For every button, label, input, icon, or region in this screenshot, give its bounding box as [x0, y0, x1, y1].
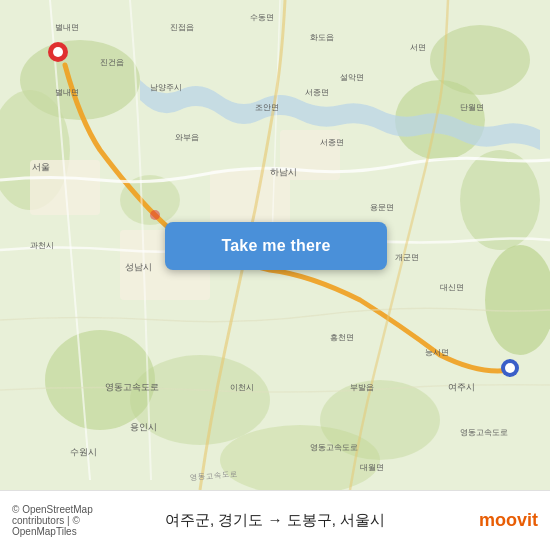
- route-to: 도봉구, 서울시: [287, 511, 385, 528]
- svg-text:용문면: 용문면: [370, 203, 394, 212]
- route-arrow: →: [268, 511, 283, 528]
- svg-text:과천시: 과천시: [30, 241, 54, 250]
- svg-text:진접읍: 진접읍: [170, 23, 194, 32]
- svg-text:별내면: 별내면: [55, 88, 79, 97]
- svg-text:남양주시: 남양주시: [150, 83, 182, 92]
- route-text: 여주군, 경기도 → 도봉구, 서울시: [148, 511, 403, 530]
- svg-text:조안면: 조안면: [255, 103, 279, 112]
- svg-text:용인시: 용인시: [130, 422, 157, 432]
- svg-text:와부읍: 와부읍: [175, 133, 199, 142]
- svg-text:별내면: 별내면: [55, 23, 79, 32]
- take-me-there-button[interactable]: Take me there: [165, 222, 387, 270]
- svg-text:성남시: 성남시: [125, 262, 152, 272]
- svg-point-54: [150, 210, 160, 220]
- take-me-there-label: Take me there: [221, 237, 330, 255]
- svg-text:하남시: 하남시: [270, 167, 297, 177]
- map-container: 서울 과천시 성남시 광주시 하남시 서종면 용문면 개군면 영동고속도로 용인…: [0, 0, 550, 490]
- svg-text:영동고속도로: 영동고속도로: [460, 428, 508, 437]
- svg-text:흥천면: 흥천면: [330, 333, 354, 342]
- svg-point-8: [45, 330, 155, 430]
- svg-text:부발읍: 부발읍: [350, 383, 374, 392]
- svg-text:능서면: 능서면: [425, 348, 449, 357]
- copyright-text: © OpenStreetMap contributors | © OpenMap…: [12, 504, 140, 537]
- svg-text:수원시: 수원시: [70, 447, 97, 457]
- svg-text:대신면: 대신면: [440, 283, 464, 292]
- svg-text:진건읍: 진건읍: [100, 58, 124, 67]
- svg-text:서종면: 서종면: [320, 138, 344, 147]
- svg-text:개군면: 개군면: [395, 253, 419, 262]
- svg-rect-14: [210, 170, 290, 230]
- svg-point-51: [53, 47, 63, 57]
- bottom-bar: © OpenStreetMap contributors | © OpenMap…: [0, 490, 550, 550]
- svg-text:영동고속도로: 영동고속도로: [105, 382, 159, 392]
- svg-text:화도읍: 화도읍: [310, 33, 334, 42]
- svg-text:서면: 서면: [410, 43, 426, 52]
- svg-text:단월면: 단월면: [460, 103, 484, 112]
- svg-text:영동고속도로: 영동고속도로: [310, 443, 358, 452]
- svg-point-5: [460, 150, 540, 250]
- svg-text:이천시: 이천시: [230, 383, 254, 392]
- svg-point-53: [505, 363, 515, 373]
- svg-text:서종면: 서종면: [305, 88, 329, 97]
- svg-text:수동면: 수동면: [250, 13, 274, 22]
- moovit-logo: moovit: [411, 510, 539, 531]
- svg-text:여주시: 여주시: [448, 382, 475, 392]
- svg-text:대월면: 대월면: [360, 463, 384, 472]
- moovit-logo-text: moovit: [479, 510, 538, 530]
- svg-text:설악면: 설악면: [340, 73, 364, 82]
- svg-text:서울: 서울: [32, 162, 50, 172]
- route-from: 여주군, 경기도: [165, 511, 263, 528]
